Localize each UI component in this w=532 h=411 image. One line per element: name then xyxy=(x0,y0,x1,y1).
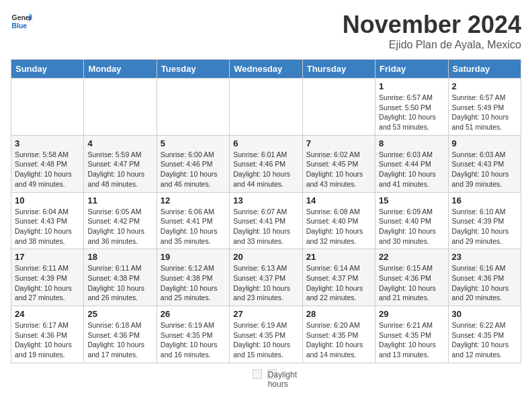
calendar-cell: 28Sunrise: 6:20 AM Sunset: 4:35 PM Dayli… xyxy=(302,306,375,363)
day-number: 3 xyxy=(15,138,80,148)
calendar-cell xyxy=(157,79,229,136)
calendar-cell: 10Sunrise: 6:04 AM Sunset: 4:43 PM Dayli… xyxy=(11,192,84,249)
day-info: Sunrise: 6:01 AM Sunset: 4:46 PM Dayligh… xyxy=(233,150,298,189)
calendar-cell: 2Sunrise: 6:57 AM Sunset: 5:49 PM Daylig… xyxy=(448,79,521,136)
dow-header-thursday: Thursday xyxy=(302,60,375,79)
svg-text:Blue: Blue xyxy=(12,22,28,30)
calendar-cell: 19Sunrise: 6:12 AM Sunset: 4:38 PM Dayli… xyxy=(157,249,229,306)
calendar-cell: 27Sunrise: 6:19 AM Sunset: 4:35 PM Dayli… xyxy=(230,306,302,363)
day-info: Sunrise: 6:57 AM Sunset: 5:49 PM Dayligh… xyxy=(452,93,517,132)
day-number: 10 xyxy=(15,195,80,205)
dow-header-monday: Monday xyxy=(84,60,157,79)
day-number: 28 xyxy=(306,309,371,319)
day-number: 30 xyxy=(452,309,517,319)
calendar-cell: 24Sunrise: 6:17 AM Sunset: 4:36 PM Dayli… xyxy=(11,306,84,363)
daylight-label: Daylight hours xyxy=(267,369,277,379)
day-number: 9 xyxy=(452,138,517,148)
calendar-cell: 5Sunrise: 6:00 AM Sunset: 4:46 PM Daylig… xyxy=(157,135,229,192)
calendar-cell: 8Sunrise: 6:03 AM Sunset: 4:44 PM Daylig… xyxy=(375,135,448,192)
dow-header-saturday: Saturday xyxy=(448,60,521,79)
calendar-cell: 16Sunrise: 6:10 AM Sunset: 4:39 PM Dayli… xyxy=(448,192,521,249)
day-info: Sunrise: 6:14 AM Sunset: 4:37 PM Dayligh… xyxy=(306,263,371,303)
title-area: November 2024 Ejido Plan de Ayala, Mexic… xyxy=(343,11,521,51)
day-number: 26 xyxy=(161,309,226,319)
day-info: Sunrise: 6:19 AM Sunset: 4:35 PM Dayligh… xyxy=(233,320,298,360)
day-number: 13 xyxy=(233,195,298,205)
day-info: Sunrise: 6:02 AM Sunset: 4:45 PM Dayligh… xyxy=(306,150,371,189)
calendar-cell: 9Sunrise: 6:03 AM Sunset: 4:43 PM Daylig… xyxy=(448,135,521,192)
calendar-cell: 3Sunrise: 5:58 AM Sunset: 4:48 PM Daylig… xyxy=(11,135,84,192)
day-info: Sunrise: 6:15 AM Sunset: 4:36 PM Dayligh… xyxy=(379,263,444,303)
day-info: Sunrise: 6:06 AM Sunset: 4:41 PM Dayligh… xyxy=(161,207,226,246)
day-number: 24 xyxy=(15,309,80,319)
day-info: Sunrise: 6:19 AM Sunset: 4:35 PM Dayligh… xyxy=(161,320,226,360)
calendar-cell xyxy=(11,79,84,136)
day-number: 29 xyxy=(379,309,444,319)
day-number: 16 xyxy=(452,195,517,205)
day-info: Sunrise: 5:59 AM Sunset: 4:47 PM Dayligh… xyxy=(87,150,152,189)
day-info: Sunrise: 6:00 AM Sunset: 4:46 PM Dayligh… xyxy=(161,150,226,189)
day-info: Sunrise: 6:08 AM Sunset: 4:40 PM Dayligh… xyxy=(306,207,371,246)
dow-header-wednesday: Wednesday xyxy=(230,60,302,79)
day-number: 1 xyxy=(379,81,444,91)
day-info: Sunrise: 6:09 AM Sunset: 4:40 PM Dayligh… xyxy=(379,207,444,246)
day-number: 17 xyxy=(15,252,80,262)
day-info: Sunrise: 6:10 AM Sunset: 4:39 PM Dayligh… xyxy=(452,207,517,246)
calendar-cell: 23Sunrise: 6:16 AM Sunset: 4:36 PM Dayli… xyxy=(448,249,521,306)
calendar-cell: 26Sunrise: 6:19 AM Sunset: 4:35 PM Dayli… xyxy=(157,306,229,363)
day-info: Sunrise: 6:12 AM Sunset: 4:38 PM Dayligh… xyxy=(161,263,226,303)
header: General Blue November 2024 Ejido Plan de… xyxy=(11,11,521,51)
calendar-cell: 15Sunrise: 6:09 AM Sunset: 4:40 PM Dayli… xyxy=(375,192,448,249)
day-info: Sunrise: 6:20 AM Sunset: 4:35 PM Dayligh… xyxy=(306,320,371,360)
day-info: Sunrise: 6:03 AM Sunset: 4:43 PM Dayligh… xyxy=(452,150,517,189)
logo: General Blue xyxy=(11,11,32,32)
day-info: Sunrise: 6:07 AM Sunset: 4:41 PM Dayligh… xyxy=(233,207,298,246)
day-number: 14 xyxy=(306,195,371,205)
day-info: Sunrise: 6:22 AM Sunset: 4:35 PM Dayligh… xyxy=(452,320,517,360)
day-info: Sunrise: 6:21 AM Sunset: 4:35 PM Dayligh… xyxy=(379,320,444,360)
day-number: 20 xyxy=(233,252,298,262)
day-number: 19 xyxy=(161,252,226,262)
calendar-cell xyxy=(84,79,157,136)
day-info: Sunrise: 6:04 AM Sunset: 4:43 PM Dayligh… xyxy=(15,207,80,246)
calendar-cell: 18Sunrise: 6:11 AM Sunset: 4:38 PM Dayli… xyxy=(84,249,157,306)
day-number: 5 xyxy=(161,138,226,148)
day-info: Sunrise: 6:11 AM Sunset: 4:39 PM Dayligh… xyxy=(15,263,80,303)
calendar-cell: 7Sunrise: 6:02 AM Sunset: 4:45 PM Daylig… xyxy=(302,135,375,192)
day-number: 12 xyxy=(161,195,226,205)
day-info: Sunrise: 6:05 AM Sunset: 4:42 PM Dayligh… xyxy=(87,207,152,246)
day-info: Sunrise: 6:18 AM Sunset: 4:36 PM Dayligh… xyxy=(87,320,152,360)
day-number: 6 xyxy=(233,138,298,148)
dow-header-tuesday: Tuesday xyxy=(157,60,229,79)
day-number: 7 xyxy=(306,138,371,148)
day-number: 11 xyxy=(87,195,152,205)
day-number: 4 xyxy=(87,138,152,148)
calendar-cell: 13Sunrise: 6:07 AM Sunset: 4:41 PM Dayli… xyxy=(230,192,302,249)
calendar-cell: 1Sunrise: 6:57 AM Sunset: 5:50 PM Daylig… xyxy=(375,79,448,136)
dow-header-sunday: Sunday xyxy=(11,60,84,79)
day-info: Sunrise: 6:03 AM Sunset: 4:44 PM Dayligh… xyxy=(379,150,444,189)
logo-icon: General Blue xyxy=(11,11,32,32)
calendar-cell: 22Sunrise: 6:15 AM Sunset: 4:36 PM Dayli… xyxy=(375,249,448,306)
calendar-cell: 6Sunrise: 6:01 AM Sunset: 4:46 PM Daylig… xyxy=(230,135,302,192)
daylight-swatch xyxy=(253,369,262,379)
calendar-cell: 12Sunrise: 6:06 AM Sunset: 4:41 PM Dayli… xyxy=(157,192,229,249)
day-number: 18 xyxy=(87,252,152,262)
footer-note: Daylight hours xyxy=(11,369,521,379)
calendar-cell: 30Sunrise: 6:22 AM Sunset: 4:35 PM Dayli… xyxy=(448,306,521,363)
calendar-cell: 21Sunrise: 6:14 AM Sunset: 4:37 PM Dayli… xyxy=(302,249,375,306)
calendar-cell xyxy=(230,79,302,136)
location-title: Ejido Plan de Ayala, Mexico xyxy=(343,39,521,51)
day-number: 15 xyxy=(379,195,444,205)
day-info: Sunrise: 6:57 AM Sunset: 5:50 PM Dayligh… xyxy=(379,93,444,132)
day-info: Sunrise: 6:17 AM Sunset: 4:36 PM Dayligh… xyxy=(15,320,80,360)
day-info: Sunrise: 6:16 AM Sunset: 4:36 PM Dayligh… xyxy=(452,263,517,303)
day-number: 21 xyxy=(306,252,371,262)
calendar-cell: 17Sunrise: 6:11 AM Sunset: 4:39 PM Dayli… xyxy=(11,249,84,306)
day-number: 27 xyxy=(233,309,298,319)
day-number: 25 xyxy=(87,309,152,319)
calendar-cell xyxy=(302,79,375,136)
day-info: Sunrise: 6:13 AM Sunset: 4:37 PM Dayligh… xyxy=(233,263,298,303)
day-number: 2 xyxy=(452,81,517,91)
dow-header-friday: Friday xyxy=(375,60,448,79)
